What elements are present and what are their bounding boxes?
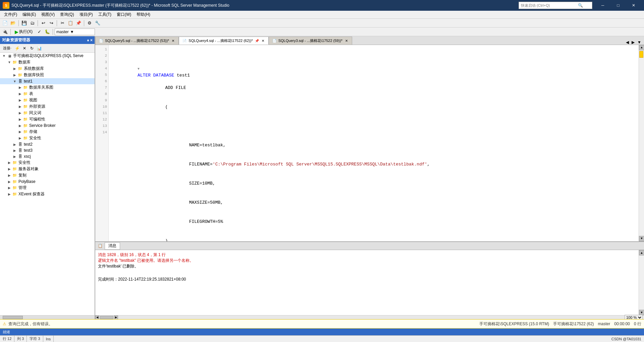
tree-replication[interactable]: ▶ 📁 复制 [0,172,95,179]
db-select[interactable]: master ▼ [55,29,95,35]
oe-hscroll[interactable] [0,315,95,319]
redo-btn[interactable]: ↪ [48,19,55,27]
mgmt-icon: 📁 [12,185,17,191]
status-server: 手可摘棉花\SQLEXPRESS (15.0 RTM) [479,321,549,327]
check-btn[interactable]: ✓ [36,28,43,36]
tree-programmability[interactable]: ▶ 📁 可编程性 [0,116,95,123]
close-button[interactable]: ✕ [626,0,641,11]
tree-security[interactable]: ▶ 📁 安全性 [0,159,95,166]
res-scroll-up[interactable]: ▲ [639,250,644,255]
tree-security-test1[interactable]: ▶ 📁 安全性 [0,135,95,141]
storage-icon: 📁 [23,129,28,135]
settings-btn[interactable]: ⚙ [86,19,93,27]
sql-content[interactable]: ▼ ALTER DATABASE test1 ADD FILE ( NAME=t… [109,45,639,241]
menu-help[interactable]: 帮助(H) [134,11,153,18]
tab4-icon: 📄 [182,39,186,43]
tree-ext-resources[interactable]: ▶ 📁 外部资源 [0,103,95,110]
oe-filter-btn[interactable]: ⚡ [14,45,20,52]
tab-list-btn[interactable]: ▼ [636,40,643,45]
tab4-close[interactable]: ✕ [261,39,265,43]
tree-views[interactable]: ▶ 📁 视图 [0,97,95,103]
copy-btn[interactable]: 📋 [67,19,74,27]
system-db-icon: 📁 [17,66,23,71]
tree-test1[interactable]: ▼ 🗄 test1 [0,78,95,84]
msg-4 [98,269,636,274]
execute-button[interactable]: ▶ 执行(X) [12,28,35,35]
tab-scroll-right[interactable]: ▶ [630,40,636,45]
editor-vscroll[interactable]: ▲ ▼ [639,45,644,241]
tree-databases[interactable]: ▼ 📁 数据库 [0,59,95,65]
tree-service-broker[interactable]: ▶ 📁 Service Broker [0,123,95,129]
tree-diagram[interactable]: ▶ 📁 数据库关系图 [0,84,95,91]
tree-synonyms[interactable]: ▶ 📁 同义词 [0,110,95,116]
res-hscroll-left[interactable]: ◀ [95,315,99,320]
line-num-14: 14 [95,129,107,136]
debug-btn[interactable]: 🔧 [94,19,101,27]
tree-test3[interactable]: ▶ 🗄 test3 [0,147,95,153]
scroll-down-btn[interactable]: ▼ [639,236,644,241]
tree-server[interactable]: ▼ 🖥 手可摘棉花\SQLEXPRESS (SQL Serve [0,53,95,59]
tree-storage[interactable]: ▶ 📁 存储 [0,129,95,135]
menu-file[interactable]: 文件(F) [1,11,20,18]
save-btn[interactable]: 💾 [20,19,28,27]
tab-sqlquery3[interactable]: 📄 SQLQuery3.sql - ...摘棉花\17522 (59))* ✕ [269,37,352,45]
tables-icon: 📁 [23,91,28,97]
line-num-12: 12 [95,116,107,123]
search-box[interactable]: 🔍 [519,2,592,9]
tree-db-snapshot[interactable]: ▶ 📁 数据库快照 [0,72,95,78]
minimize-button[interactable]: ─ [595,0,610,11]
status-col: 列 3 [14,336,27,342]
menu-edit[interactable]: 编辑(E) [20,11,39,18]
tree-xscj[interactable]: ▶ 🗄 xscj [0,153,95,159]
tree-tables[interactable]: ▶ 📁 表 [0,91,95,97]
results-tab-messages[interactable]: 消息 [105,242,120,250]
tab3-close[interactable]: ✕ [344,39,348,43]
tree-xevent[interactable]: ▶ 📁 XEvent 探查器 [0,191,95,197]
sql-line-10: ) [111,231,636,238]
cut-btn[interactable]: ✂ [59,19,66,27]
tab5-close[interactable]: ✕ [171,39,175,43]
tree-test2[interactable]: ▶ 🗄 test2 [0,141,95,147]
tabs-bar: 📄 SQLQuery5.sql - ...摘棉花\17522 (53))* ✕ … [95,36,644,45]
undo-btn[interactable]: ↩ [40,19,47,27]
tree-server-objects[interactable]: ▶ 📁 服务器对象 [0,166,95,172]
new-query-btn[interactable]: 📄 [1,19,9,27]
db4-icon: 🗄 [17,154,23,159]
oe-connect-btn[interactable]: 连接· [1,45,13,52]
results-zoom-select[interactable]: 100 % [625,315,643,320]
debug-query-btn[interactable]: 🐛 [44,28,51,36]
save-all-btn[interactable]: 🗂 [29,19,36,27]
maximize-button[interactable]: □ [610,0,626,11]
scroll-thumb-yellow[interactable] [639,51,643,58]
tab-sqlquery5[interactable]: 📄 SQLQuery5.sql - ...摘棉花\17522 (53))* ✕ [95,37,179,45]
menu-window[interactable]: 窗口(W) [114,11,134,18]
menu-tools[interactable]: 工具(T) [96,11,114,18]
tab-sqlquery4[interactable]: 📄 SQLQuery4.sql - ...摘棉花\17522 (62))* 📌 … [179,37,268,45]
status-ins: Ins [43,336,54,342]
status-warning-bar: ⚠ 查询已完成，但有错误。 手可摘棉花\SQLEXPRESS (15.0 RTM… [0,319,644,329]
connect-btn[interactable]: 🔌 [1,28,9,36]
app-icon: S [3,2,9,9]
oe-activity-btn[interactable]: 📊 [36,45,43,52]
scroll-up-btn[interactable]: ▲ [639,45,644,50]
res-hscroll-right[interactable]: ▶ [114,315,118,320]
oe-toolbar: 连接· ⚡ ✕ ↻ 📊 [0,44,95,53]
paste-btn[interactable]: 📌 [75,19,82,27]
tree-system-db[interactable]: ▶ 📁 系统数据库 [0,65,95,72]
tree-polybase[interactable]: ▶ 📁 PolyBase [0,179,95,185]
oe-disconnect-btn[interactable]: ✕ [21,45,28,52]
oe-hscroll-thumb[interactable] [3,316,23,319]
menu-project[interactable]: 项目(P) [77,11,96,18]
results-vscroll[interactable]: ▲ ▼ [639,250,644,315]
oe-refresh-btn[interactable]: ↻ [29,45,35,52]
open-btn[interactable]: 📂 [9,19,17,27]
sql-line-4 [111,116,636,123]
quick-launch-input[interactable] [521,3,578,7]
res-hscroll-thumb[interactable] [100,316,113,319]
tree-management[interactable]: ▶ 📁 管理 [0,185,95,191]
results-hscroll[interactable]: ◀ ▶ 100 % [95,315,644,319]
menu-query[interactable]: 查询(Q) [57,11,76,18]
tab-scroll-left[interactable]: ◀ [625,40,630,45]
collapse-1[interactable]: ▼ [138,67,140,71]
menu-view[interactable]: 视图(V) [39,11,57,18]
